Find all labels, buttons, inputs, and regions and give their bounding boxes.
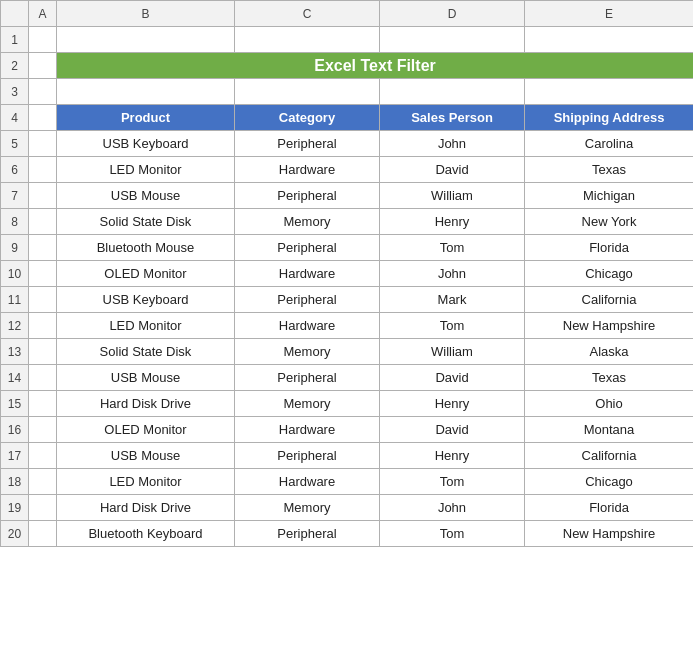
cell-category-10[interactable]: Hardware	[235, 261, 380, 287]
cell-a8	[29, 209, 57, 235]
cell-category-5[interactable]: Peripheral	[235, 131, 380, 157]
cell-a4	[29, 105, 57, 131]
cell-shipping-address-18[interactable]: Chicago	[525, 469, 694, 495]
cell-category-11[interactable]: Peripheral	[235, 287, 380, 313]
cell-sales-person-18[interactable]: Tom	[380, 469, 525, 495]
cell-shipping-address-8[interactable]: New York	[525, 209, 694, 235]
cell-a10	[29, 261, 57, 287]
row-header-3: 3	[1, 79, 29, 105]
cell-empty-3-4	[525, 79, 694, 105]
cell-a18	[29, 469, 57, 495]
cell-product-10[interactable]: OLED Monitor	[57, 261, 235, 287]
table-header-shipping-address: Shipping Address	[525, 105, 694, 131]
cell-shipping-address-13[interactable]: Alaska	[525, 339, 694, 365]
row-header-18: 18	[1, 469, 29, 495]
cell-shipping-address-16[interactable]: Montana	[525, 417, 694, 443]
cell-empty-1-2	[235, 27, 380, 53]
row-header-14: 14	[1, 365, 29, 391]
cell-product-15[interactable]: Hard Disk Drive	[57, 391, 235, 417]
row-header-12: 12	[1, 313, 29, 339]
cell-product-6[interactable]: LED Monitor	[57, 157, 235, 183]
cell-a2	[29, 53, 57, 79]
col-header-a[interactable]: A	[29, 1, 57, 27]
cell-sales-person-15[interactable]: Henry	[380, 391, 525, 417]
cell-shipping-address-10[interactable]: Chicago	[525, 261, 694, 287]
cell-category-7[interactable]: Peripheral	[235, 183, 380, 209]
cell-category-9[interactable]: Peripheral	[235, 235, 380, 261]
cell-category-18[interactable]: Hardware	[235, 469, 380, 495]
cell-product-7[interactable]: USB Mouse	[57, 183, 235, 209]
cell-product-17[interactable]: USB Mouse	[57, 443, 235, 469]
cell-category-13[interactable]: Memory	[235, 339, 380, 365]
row-header-19: 19	[1, 495, 29, 521]
cell-shipping-address-14[interactable]: Texas	[525, 365, 694, 391]
cell-category-20[interactable]: Peripheral	[235, 521, 380, 547]
cell-shipping-address-12[interactable]: New Hampshire	[525, 313, 694, 339]
cell-a11	[29, 287, 57, 313]
cell-sales-person-20[interactable]: Tom	[380, 521, 525, 547]
cell-sales-person-12[interactable]: Tom	[380, 313, 525, 339]
cell-category-19[interactable]: Memory	[235, 495, 380, 521]
col-header-e[interactable]: E	[525, 1, 694, 27]
cell-product-9[interactable]: Bluetooth Mouse	[57, 235, 235, 261]
cell-a5	[29, 131, 57, 157]
cell-product-19[interactable]: Hard Disk Drive	[57, 495, 235, 521]
cell-sales-person-16[interactable]: David	[380, 417, 525, 443]
col-header-c[interactable]: C	[235, 1, 380, 27]
row-header-15: 15	[1, 391, 29, 417]
cell-product-20[interactable]: Bluetooth Keyboard	[57, 521, 235, 547]
cell-product-18[interactable]: LED Monitor	[57, 469, 235, 495]
cell-shipping-address-19[interactable]: Florida	[525, 495, 694, 521]
cell-a13	[29, 339, 57, 365]
cell-shipping-address-5[interactable]: Carolina	[525, 131, 694, 157]
col-header-b[interactable]: B	[57, 1, 235, 27]
cell-a7	[29, 183, 57, 209]
cell-a19	[29, 495, 57, 521]
row-header-5: 5	[1, 131, 29, 157]
cell-product-8[interactable]: Solid State Disk	[57, 209, 235, 235]
row-header-16: 16	[1, 417, 29, 443]
cell-sales-person-17[interactable]: Henry	[380, 443, 525, 469]
cell-shipping-address-7[interactable]: Michigan	[525, 183, 694, 209]
cell-empty-1-3	[380, 27, 525, 53]
row-header-20: 20	[1, 521, 29, 547]
row-header-9: 9	[1, 235, 29, 261]
cell-category-12[interactable]: Hardware	[235, 313, 380, 339]
cell-a15	[29, 391, 57, 417]
col-header-d[interactable]: D	[380, 1, 525, 27]
cell-sales-person-13[interactable]: William	[380, 339, 525, 365]
cell-shipping-address-6[interactable]: Texas	[525, 157, 694, 183]
cell-sales-person-8[interactable]: Henry	[380, 209, 525, 235]
cell-a20	[29, 521, 57, 547]
cell-shipping-address-17[interactable]: California	[525, 443, 694, 469]
cell-shipping-address-15[interactable]: Ohio	[525, 391, 694, 417]
cell-empty-1-1	[57, 27, 235, 53]
cell-category-16[interactable]: Hardware	[235, 417, 380, 443]
cell-sales-person-5[interactable]: John	[380, 131, 525, 157]
cell-sales-person-6[interactable]: David	[380, 157, 525, 183]
cell-shipping-address-11[interactable]: California	[525, 287, 694, 313]
cell-sales-person-7[interactable]: William	[380, 183, 525, 209]
row-header-17: 17	[1, 443, 29, 469]
cell-category-14[interactable]: Peripheral	[235, 365, 380, 391]
cell-sales-person-11[interactable]: Mark	[380, 287, 525, 313]
title-cell: Excel Text Filter	[57, 53, 694, 79]
cell-product-12[interactable]: LED Monitor	[57, 313, 235, 339]
cell-sales-person-14[interactable]: David	[380, 365, 525, 391]
cell-product-13[interactable]: Solid State Disk	[57, 339, 235, 365]
cell-category-17[interactable]: Peripheral	[235, 443, 380, 469]
cell-product-11[interactable]: USB Keyboard	[57, 287, 235, 313]
cell-sales-person-19[interactable]: John	[380, 495, 525, 521]
cell-category-8[interactable]: Memory	[235, 209, 380, 235]
cell-product-14[interactable]: USB Mouse	[57, 365, 235, 391]
cell-sales-person-10[interactable]: John	[380, 261, 525, 287]
cell-empty-3-3	[380, 79, 525, 105]
cell-product-5[interactable]: USB Keyboard	[57, 131, 235, 157]
cell-product-16[interactable]: OLED Monitor	[57, 417, 235, 443]
cell-sales-person-9[interactable]: Tom	[380, 235, 525, 261]
cell-category-15[interactable]: Memory	[235, 391, 380, 417]
cell-category-6[interactable]: Hardware	[235, 157, 380, 183]
row-header-10: 10	[1, 261, 29, 287]
cell-shipping-address-20[interactable]: New Hampshire	[525, 521, 694, 547]
cell-shipping-address-9[interactable]: Florida	[525, 235, 694, 261]
